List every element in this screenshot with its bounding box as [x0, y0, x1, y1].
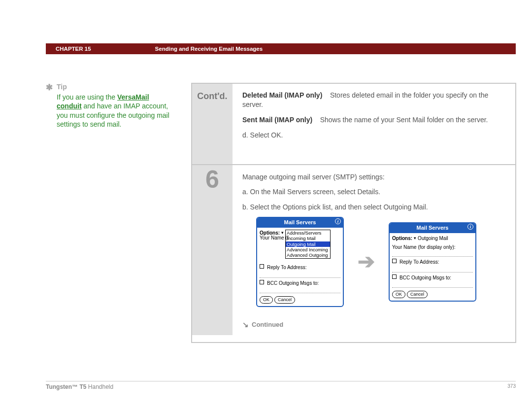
tip-sidebar: ✱ Tip If you are using the VersaMail con… [57, 82, 172, 129]
chapter-header: CHAPTER 15 Sending and Receiving Email M… [46, 43, 516, 54]
def-term-sent: Sent Mail (IMAP only) [242, 116, 312, 124]
step-body: Manage outgoing mail server (SMTP) setti… [233, 165, 515, 335]
page-footer: Tungsten™ T5 Handheld 373 [46, 381, 516, 390]
dd-item[interactable]: Incoming Mail [286, 236, 330, 241]
bcc-checkbox-2[interactable] [392, 274, 397, 279]
input-line[interactable] [260, 288, 340, 293]
ok-button-1[interactable]: OK [260, 296, 273, 304]
asterisk-icon: ✱ [46, 82, 53, 93]
options-dropdown[interactable]: Address/Servers Incoming Mail Outgoing M… [285, 230, 331, 259]
tip-label: Tip [57, 82, 172, 91]
chapter-label: CHAPTER 15 [56, 46, 91, 52]
continued-arrow-icon: ↘ [242, 319, 249, 330]
ok-button-2[interactable]: OK [392, 291, 405, 298]
step-number: 6 [192, 165, 233, 335]
bcc-label-1: BCC Outgoing Msgs to: [267, 280, 319, 287]
step6-intro: Manage outgoing mail server (SMTP) setti… [242, 172, 507, 182]
options-value-2[interactable]: Outgoing Mail [418, 235, 448, 242]
continued-label: ↘ Continued [242, 319, 283, 330]
step6-b: b. Select the Options pick list, and the… [242, 202, 507, 212]
dropdown-arrow-icon[interactable]: ▾ [414, 235, 416, 241]
cancel-button-1[interactable]: Cancel [274, 296, 295, 304]
main-content-panel: Cont'd. Deleted Mail (IMAP only) Stores … [191, 83, 516, 343]
step-6-section: 6 Manage outgoing mail server (SMTP) set… [192, 165, 515, 335]
input-line[interactable] [260, 273, 340, 278]
chapter-title: Sending and Receiving Email Messages [155, 46, 263, 52]
bcc-label-2: BCC Outgoing Msgs to: [399, 274, 451, 282]
cancel-button-2[interactable]: Cancel [407, 291, 428, 298]
product-name: Tungsten™ T5 Handheld [46, 383, 113, 390]
mail-servers-screen-dropdown: Mail Servers i Options: ▾ Address/Server… [256, 217, 344, 307]
reply-label-2: Reply To Address: [399, 259, 439, 266]
dd-item[interactable]: Advanced Incoming [286, 247, 330, 252]
def-text-sent: Shows the name of your Sent Mail folder … [320, 116, 488, 124]
screenshots-row: Mail Servers i Options: ▾ Address/Server… [256, 217, 507, 307]
def-term-deleted: Deleted Mail (IMAP only) [242, 91, 322, 99]
page-number: 373 [507, 383, 516, 390]
info-icon[interactable]: i [335, 218, 341, 224]
reply-label-1: Reply To Address: [267, 264, 306, 272]
pda-title-1: Mail Servers i [257, 218, 343, 228]
contd-section: Cont'd. Deleted Mail (IMAP only) Stores … [192, 84, 515, 165]
pda-title-2: Mail Servers i [390, 223, 475, 233]
dd-item-selected[interactable]: Outgoing Mail [286, 241, 330, 247]
dd-item[interactable]: Advanced Outgoing [286, 252, 330, 258]
step-d: d. Select OK. [242, 131, 506, 140]
mail-servers-screen-outgoing: Mail Servers i Options: ▾ Outgoing Mail … [389, 222, 476, 302]
contd-body: Deleted Mail (IMAP only) Stores deleted … [233, 84, 515, 164]
input-line[interactable] [392, 252, 473, 257]
step6-a: a. On the Mail Servers screen, select De… [242, 187, 507, 197]
your-name-label-2: Your Name (for display only): [392, 244, 473, 251]
input-line[interactable] [392, 283, 473, 288]
dd-item[interactable]: Address/Servers [286, 230, 330, 236]
input-line[interactable] [392, 268, 473, 273]
arrow-right-icon: ➔ [358, 247, 375, 277]
reply-checkbox-1[interactable] [260, 264, 264, 269]
options-label-2: Options: [392, 235, 412, 242]
bcc-checkbox-1[interactable] [260, 280, 264, 284]
tip-text: If you are using the VersaMail conduit a… [57, 93, 172, 129]
contd-label: Cont'd. [192, 84, 233, 164]
info-icon[interactable]: i [467, 224, 473, 230]
reply-checkbox-2[interactable] [392, 259, 397, 263]
